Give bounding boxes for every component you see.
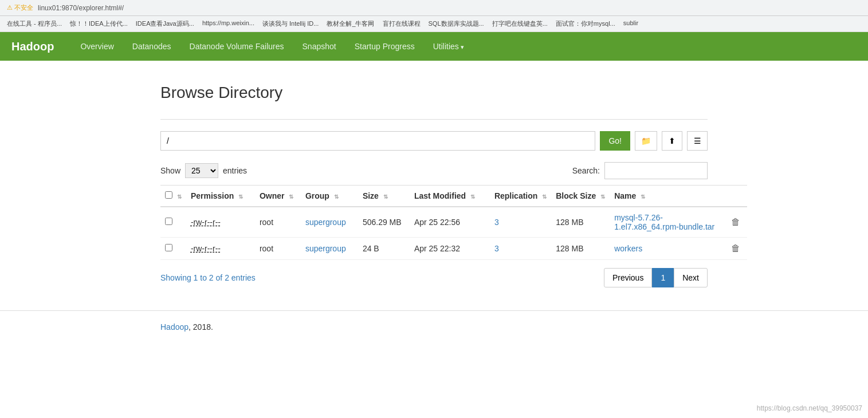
row1-check-cell[interactable] <box>160 207 186 238</box>
col-block-size[interactable]: Block Size ⇅ <box>551 186 610 207</box>
sort-name-icon: ⇅ <box>641 194 645 200</box>
pagination-controls: Previous 1 Next <box>604 268 708 287</box>
showing-suffix: entries <box>231 273 256 282</box>
bookmark-11[interactable]: sublir <box>621 18 641 29</box>
row2-check-cell[interactable] <box>160 238 186 260</box>
sort-group-icon: ⇅ <box>334 194 339 200</box>
browser-url: linux01:9870/explorer.html#/ <box>38 4 124 12</box>
bookmark-9[interactable]: 打字吧在线键盘英... <box>490 18 550 29</box>
col-replication[interactable]: Replication ⇅ <box>490 186 551 207</box>
row1-replication-link[interactable]: 3 <box>494 218 499 227</box>
row2-modified: Apr 25 22:32 <box>410 238 490 260</box>
table-controls-left: Show 10 25 50 100 entries <box>160 163 247 178</box>
row1-permission-text: -rw-r--r-- <box>191 218 221 227</box>
navbar-brand[interactable]: Hadoop <box>11 40 54 53</box>
row1-modified: Apr 25 22:56 <box>410 207 490 238</box>
folder-button[interactable]: 📁 <box>635 131 657 151</box>
col-group[interactable]: Group ⇅ <box>301 186 358 207</box>
col-name[interactable]: Name ⇅ <box>610 186 724 207</box>
bookmark-10[interactable]: 面试官：你对mysql... <box>553 18 618 29</box>
list-icon: ☰ <box>694 136 701 145</box>
check-all-checkbox[interactable] <box>165 191 172 199</box>
nav-startup-progress[interactable]: Startup Progress <box>345 34 424 59</box>
sort-block-size-icon: ⇅ <box>600 194 605 200</box>
col-size[interactable]: Size ⇅ <box>358 186 410 207</box>
nav-datanodes[interactable]: Datanodes <box>123 34 180 59</box>
sort-all-icon: ⇅ <box>177 194 182 200</box>
showing-from: 1 <box>194 273 198 282</box>
row1-action[interactable]: 🗑 <box>724 207 747 238</box>
pagination-row: Showing 1 to 2 of 2 entries Previous 1 N… <box>160 268 708 287</box>
table-controls: Show 10 25 50 100 entries Search: <box>160 162 708 179</box>
bookmark-6[interactable]: 教材全解_牛客网 <box>324 18 376 29</box>
footer-link[interactable]: Hadoop <box>160 322 188 332</box>
row2-group-link[interactable]: supergroup <box>305 244 346 253</box>
list-button[interactable]: ☰ <box>687 131 708 151</box>
bookmark-7[interactable]: 盲打在线课程 <box>380 18 423 29</box>
go-button[interactable]: Go! <box>600 131 630 151</box>
row2-delete-icon[interactable]: 🗑 <box>731 243 740 253</box>
row1-owner: root <box>255 207 301 238</box>
upload-icon: ⬆ <box>669 136 675 145</box>
bookmark-5[interactable]: 谈谈我与 Intellij ID... <box>260 18 321 29</box>
nav-utilities[interactable]: Utilities <box>424 34 473 59</box>
page-1-button[interactable]: 1 <box>652 268 674 287</box>
footer-text: , 2018. <box>188 322 213 332</box>
bookmark-2[interactable]: 惊！！IDEA上传代... <box>68 18 130 29</box>
row2-checkbox[interactable] <box>165 244 172 251</box>
prev-button[interactable]: Previous <box>604 268 652 287</box>
col-replication-label: Replication <box>494 191 537 200</box>
row2-group: supergroup <box>301 238 358 260</box>
sort-replication-icon: ⇅ <box>542 194 547 200</box>
col-block-size-label: Block Size <box>556 191 596 200</box>
bookmark-4[interactable]: https://mp.weixin... <box>200 18 257 29</box>
main-content: Browse Directory Go! 📁 ⬆ ☰ Show 10 25 50… <box>0 61 868 310</box>
row1-name: mysql-5.7.26-1.el7.x86_64.rpm-bundle.tar <box>610 207 724 238</box>
col-last-modified[interactable]: Last Modified ⇅ <box>410 186 490 207</box>
security-warning: ⚠ 不安全 <box>7 3 33 12</box>
bookmark-1[interactable]: 在线工具 - 程序员... <box>5 18 64 29</box>
row2-name: workers <box>610 238 724 260</box>
next-button[interactable]: Next <box>674 268 708 287</box>
folder-icon: 📁 <box>641 136 651 145</box>
nav-datanode-volume-failures[interactable]: Datanode Volume Failures <box>180 34 293 59</box>
entries-label: entries <box>223 166 247 175</box>
row1-group-link[interactable]: supergroup <box>305 218 346 227</box>
col-owner[interactable]: Owner ⇅ <box>255 186 301 207</box>
nav-overview[interactable]: Overview <box>71 34 123 59</box>
showing-total: 2 <box>225 273 229 282</box>
row1-name-link[interactable]: mysql-5.7.26-1.el7.x86_64.rpm-bundle.tar <box>614 213 714 231</box>
col-action <box>724 186 747 207</box>
path-input[interactable] <box>160 131 595 151</box>
upload-button[interactable]: ⬆ <box>662 131 682 151</box>
divider <box>160 119 708 120</box>
nav-snapshot[interactable]: Snapshot <box>293 34 345 59</box>
sort-permission-icon: ⇅ <box>238 194 243 200</box>
row2-size: 24 B <box>358 238 410 260</box>
bookmark-8[interactable]: SQL数据库实战题... <box>426 18 486 29</box>
col-owner-label: Owner <box>260 191 285 200</box>
row1-checkbox[interactable] <box>165 218 172 225</box>
col-check-all[interactable]: ⇅ <box>160 186 186 207</box>
row2-replication-link[interactable]: 3 <box>494 244 499 253</box>
browser-bar: ⚠ 不安全 linux01:9870/explorer.html#/ <box>0 0 868 16</box>
row2-replication: 3 <box>490 238 551 260</box>
pagination-info: Showing 1 to 2 of 2 entries <box>160 273 256 282</box>
row2-permission: -rw-r--r-- <box>186 238 255 260</box>
search-label: Search: <box>572 166 600 175</box>
showing-of-text: of <box>216 273 225 282</box>
sort-size-icon: ⇅ <box>383 194 388 200</box>
navbar-nav: Overview Datanodes Datanode Volume Failu… <box>71 34 473 59</box>
row1-block-size: 128 MB <box>551 207 610 238</box>
row1-delete-icon[interactable]: 🗑 <box>731 217 740 227</box>
search-input[interactable] <box>604 162 708 179</box>
row2-action[interactable]: 🗑 <box>724 238 747 260</box>
table-controls-right: Search: <box>572 162 708 179</box>
entries-select[interactable]: 10 25 50 100 <box>185 163 218 178</box>
row2-name-link[interactable]: workers <box>614 244 642 253</box>
bookmark-3[interactable]: IDEA查看Java源码... <box>133 18 197 29</box>
sort-modified-icon: ⇅ <box>470 194 475 200</box>
showing-to-text: to <box>200 273 209 282</box>
path-row: Go! 📁 ⬆ ☰ <box>160 131 708 151</box>
col-permission[interactable]: Permission ⇅ <box>186 186 255 207</box>
